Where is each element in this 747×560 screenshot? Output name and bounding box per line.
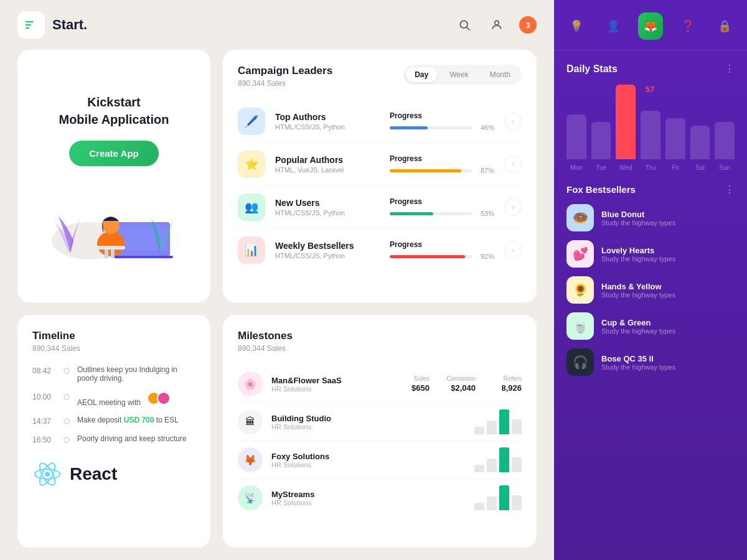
- row-chevron-icon[interactable]: ›: [504, 198, 522, 216]
- campaign-row-info: Popular Authors HTML, VueJS, Laravel: [275, 155, 380, 174]
- tl-text: Poorly driving and keep structure: [77, 434, 186, 443]
- sidebar-nav-user[interactable]: 👤: [601, 12, 626, 40]
- sidebar-nav-lightbulb[interactable]: 💡: [564, 12, 589, 40]
- tl-highlight: USD 700: [124, 416, 154, 424]
- progress-pct: 92%: [477, 253, 494, 260]
- campaign-row: 👥 New Users HTML/CSS/JS, Python Progress…: [238, 186, 522, 229]
- campaign-row-icon: 🖊️: [238, 108, 265, 135]
- ms-chart-bar: [474, 427, 484, 434]
- campaign-row-tech: HTML, VueJS, Laravel: [275, 166, 380, 174]
- progress-bar-fill: [390, 255, 465, 258]
- milestones-title: Milestones: [238, 330, 293, 342]
- tab-day[interactable]: Day: [406, 67, 437, 82]
- ms-chart-bar: [499, 447, 509, 472]
- progress-bar-wrap: 46%: [390, 124, 494, 131]
- svg-point-5: [495, 21, 499, 25]
- ms-name: MyStreams: [271, 490, 466, 499]
- ms-chart-bar: [474, 465, 484, 472]
- svg-point-3: [460, 21, 467, 28]
- row-chevron-icon[interactable]: ›: [504, 156, 522, 173]
- ms-sales-label: Sales: [392, 375, 430, 382]
- ms-sales: Sales $650: [392, 375, 430, 393]
- milestones-more-icon[interactable]: ⋮: [512, 330, 522, 342]
- progress-bar-bg: [390, 212, 472, 215]
- tl-dot: [63, 368, 70, 374]
- tl-time: 08:42: [32, 366, 56, 375]
- daily-stats-more-icon[interactable]: ⋮: [725, 63, 735, 75]
- timeline-title-group: Timeline 890,344 Sales: [32, 330, 80, 353]
- search-icon[interactable]: [454, 15, 474, 35]
- header: Start. 3: [0, 0, 554, 50]
- campaign-row-progress: Progress 53%: [390, 197, 494, 217]
- notification-badge[interactable]: 3: [519, 16, 537, 34]
- tl-dot: [63, 394, 70, 400]
- campaign-row-progress: Progress 46%: [390, 111, 494, 131]
- progress-label: Progress: [390, 111, 494, 120]
- chart-bar-wrap: [665, 85, 685, 159]
- tab-week[interactable]: Week: [441, 67, 477, 82]
- bs-sub: Study the highway types: [601, 291, 735, 299]
- react-logo-icon: [32, 459, 62, 489]
- milestone-row: 🌸 Man&Flower SaaS HR Solutions Sales $65…: [238, 365, 522, 403]
- svg-rect-9: [111, 256, 173, 258]
- campaign-row-info: Top Authors HTML/CSS/JS, Python: [275, 112, 380, 131]
- campaign-rows-container: 🖊️ Top Authors HTML/CSS/JS, Python Progr…: [238, 100, 522, 271]
- header-left: Start.: [17, 11, 87, 39]
- bestseller-item: 🎧 Bose QC 35 II Study the highway types: [566, 348, 735, 376]
- sidebar: 💡 👤 🦊 ❓ 🔒 Daily Stats ⋮ 57 MonTueWedThuF…: [554, 0, 747, 560]
- sidebar-nav-help[interactable]: ❓: [675, 12, 700, 40]
- fox-bestsellers-more-icon[interactable]: ⋮: [725, 184, 735, 195]
- row-chevron-icon[interactable]: ›: [504, 113, 522, 130]
- campaign-title: Campaign Leaders: [238, 65, 332, 77]
- ms-refers-label: Refers: [484, 375, 522, 382]
- tab-month[interactable]: Month: [481, 67, 519, 82]
- milestone-row: 🏛 Building Studio HR Solutions: [238, 403, 522, 441]
- campaign-row: 📊 Weekly Bestsellers HTML/CSS/JS, Python…: [238, 229, 522, 271]
- chart-bar: [690, 126, 710, 159]
- sidebar-nav-lock[interactable]: 🔒: [712, 12, 737, 40]
- progress-bar-wrap: 53%: [390, 210, 494, 217]
- bs-img: 💕: [566, 240, 594, 268]
- fox-items-container: 🍩 Blue Donut Study the highway types 💕 L…: [566, 204, 735, 376]
- campaign-title-group: Campaign Leaders 890,344 Sales: [238, 65, 332, 88]
- tl-time: 10:00: [32, 393, 56, 401]
- campaign-subtitle: 890,344 Sales: [238, 79, 332, 88]
- create-app-button[interactable]: Create App: [69, 141, 158, 166]
- chart-bar-wrap: [616, 85, 636, 159]
- tl-avatars: [147, 391, 171, 405]
- ms-sales-value: $650: [392, 383, 430, 393]
- ms-info: Building Studio HR Solutions: [271, 414, 466, 431]
- milestones-header: Milestones 890,344 Sales ⋮: [238, 330, 522, 353]
- tl-text-wrap: AEOL meeting with: [77, 391, 195, 407]
- bs-img: 🍵: [566, 312, 594, 340]
- daily-stats-chart: 57: [566, 85, 735, 159]
- bs-sub: Study the highway types: [601, 363, 735, 371]
- ms-chart-bar: [512, 419, 522, 434]
- campaign-row-tech: HTML/CSS/JS, Python: [275, 209, 380, 217]
- sidebar-nav-fox[interactable]: 🦊: [638, 12, 663, 40]
- timeline-more-icon[interactable]: ⋮: [186, 330, 195, 342]
- bs-sub: Study the highway types: [601, 255, 735, 263]
- tl-text-wrap: Poorly driving and keep structure: [77, 434, 195, 443]
- ms-refers-value: 8,926: [484, 383, 522, 393]
- campaign-row: ⭐ Popular Authors HTML, VueJS, Laravel P…: [238, 143, 522, 186]
- timeline-items-container: 08:42 Outlines keep you Indulging in poo…: [32, 365, 195, 444]
- timeline-item: 08:42 Outlines keep you Indulging in poo…: [32, 365, 195, 383]
- bestseller-item: 💕 Lovely Hearts Study the highway types: [566, 240, 735, 268]
- chart-day-label: Wed: [616, 164, 636, 171]
- campaign-row-info: Weekly Bestsellers HTML/CSS/JS, Python: [275, 241, 380, 259]
- ms-name: Building Studio: [271, 414, 466, 423]
- row-chevron-icon[interactable]: ›: [504, 241, 522, 259]
- progress-bar-wrap: 87%: [390, 167, 494, 174]
- progress-bar-bg: [390, 126, 472, 129]
- ms-chart-bar: [487, 459, 497, 472]
- chart-bar-wrap: [566, 85, 586, 159]
- chart-day-label: Sat: [690, 164, 710, 171]
- daily-stats-header: Daily Stats ⋮: [566, 63, 735, 75]
- user-icon[interactable]: [487, 15, 507, 35]
- bs-name: Cup & Green: [601, 318, 735, 327]
- chart-bar: [566, 114, 586, 159]
- ms-icon: 📡: [238, 485, 263, 510]
- campaign-row-icon: 📊: [238, 236, 265, 264]
- timeline-card: Timeline 890,344 Sales ⋮ 08:42 Outlines …: [17, 315, 210, 548]
